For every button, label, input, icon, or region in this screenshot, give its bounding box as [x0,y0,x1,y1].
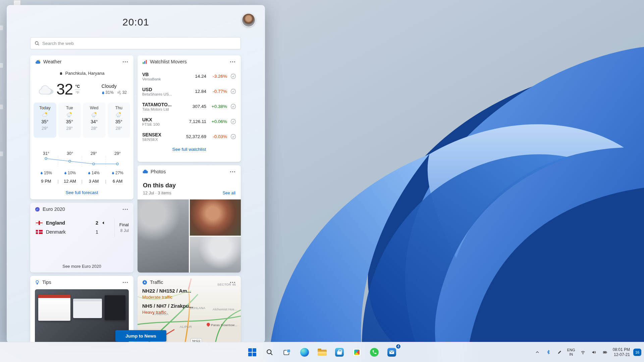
stock-symbol: TATAMOTO... [142,102,178,107]
rain-icon [91,112,98,118]
weather-app-icon [35,59,41,64]
watchlist-added-check-icon[interactable] [230,104,236,109]
whatsapp-button[interactable] [367,345,382,360]
more-menu-icon[interactable] [121,59,129,65]
desktop-icon[interactable] [0,25,3,30]
see-more-euro-link[interactable]: See more Euro 2020 [30,264,133,269]
precip-drop-icon [112,171,114,175]
photo-thumbnail[interactable] [190,199,241,236]
forecast-day[interactable]: Thu 35° 28° [108,103,130,138]
tray-chevron-button[interactable] [533,346,542,359]
watchlist-added-check-icon[interactable] [230,134,236,139]
forecast-day[interactable]: Tue 35° 28° [58,103,81,138]
more-menu-icon[interactable] [121,206,129,212]
rain-icon [66,112,73,118]
weather-widget[interactable]: Weather Panchkula, Haryana 32 °C °F [30,55,133,199]
edge-browser-button[interactable] [297,345,312,360]
task-view-icon [283,349,291,356]
team-name: England [46,220,90,226]
watchlist-row[interactable]: TATAMOTO... Tata Motors Ltd 307.45 +0.38… [138,99,241,114]
photos-widget[interactable]: Photos On this day 12 Jul · 3 items See … [138,165,241,273]
team-score: 1 [93,229,98,235]
stock-change: -3.26% [206,74,227,79]
weather-condition: Cloudy [102,83,127,89]
euro-2020-icon [35,207,40,212]
tips-preview-image[interactable] [35,289,129,343]
euro-2020-widget[interactable]: Euro 2020 England 2 Denmark 1 Final [30,203,133,273]
taskbar: 4 ENG IN [0,342,644,362]
see-all-link[interactable]: See all [223,191,235,195]
clock-tray[interactable]: 08:01 PM 12-07-21 [612,346,631,359]
watchlist-row[interactable]: VB VersaBank 14.24 -3.26% [138,69,241,84]
language-indicator[interactable]: ENG IN [566,346,576,359]
mail-icon [387,348,396,357]
stock-change: +0.06% [206,119,227,124]
england-flag-icon [36,221,43,225]
traffic-route-1: NH22 / NH152 / Am... [142,288,193,294]
watchlist-added-check-icon[interactable] [230,88,236,94]
team-name: Denmark [46,229,90,235]
widgets-panel: 20:01 Weather Panch [7,5,265,343]
desktop-icon[interactable] [0,63,3,68]
stock-price: 307.45 [178,104,206,109]
unit-celsius[interactable]: °C [75,84,79,89]
stock-symbol: VB [142,72,178,77]
file-explorer-button[interactable] [314,345,330,360]
photo-thumbnail[interactable] [190,237,241,273]
rain-icon [115,112,122,118]
volume-button[interactable] [590,346,598,359]
whatsapp-icon [370,348,379,357]
more-menu-icon[interactable] [229,59,236,65]
stock-symbol: UKX [142,117,178,122]
desktop-icon[interactable] [0,105,3,109]
more-menu-icon[interactable] [229,169,236,175]
unit-fahrenheit[interactable]: °F [76,90,79,95]
hourly-times: 9 PM 12 AM 3 AM 6 AM [34,179,129,184]
weather-location: Panchkula, Haryana [65,71,104,76]
start-button[interactable] [245,345,260,360]
jump-to-news-button[interactable]: Jump to News [115,330,166,342]
watchlist-widget[interactable]: Watchlist Movers VB VersaBank 14.24 -3.2… [138,55,241,162]
task-view-button[interactable] [279,345,295,360]
watchlist-row[interactable]: USD BetaShares US... 12.84 -0.77% [138,84,241,99]
stock-name: SENSEX [142,137,178,141]
see-full-watchlist-link[interactable]: See full watchlist [172,147,206,152]
watchlist-row[interactable]: SENSEX SENSEX 52,372.69 -0.03% [138,129,241,144]
photos-heading: On this day [143,182,176,189]
taskbar-search-button[interactable] [262,345,277,360]
tray-date: 12-07-21 [614,352,630,357]
weather-location-row[interactable]: Panchkula, Haryana [30,71,133,76]
tips-bulb-icon [35,280,40,285]
search-input[interactable] [42,41,236,46]
home-icon [59,71,63,75]
avatar[interactable] [241,13,256,27]
watchlist-added-check-icon[interactable] [230,73,236,79]
unit-toggle[interactable]: °C °F [75,84,80,95]
desktop-icon[interactable] [0,152,3,156]
photos-subheading: 12 Jul · 3 items [143,191,171,195]
forecast-day[interactable]: Wed 34° 28° [83,103,106,138]
wifi-button[interactable] [579,346,587,359]
photo-thumbnail[interactable] [138,199,189,273]
battery-icon [602,350,608,355]
precip-drop-icon [88,171,91,175]
notification-count-badge[interactable]: 16 [633,349,641,356]
forecast-day[interactable]: Today 35° 29° [34,103,56,138]
mail-app-button[interactable]: 4 [384,345,399,360]
watchlist-added-check-icon[interactable] [230,119,236,124]
pen-button[interactable] [555,346,564,359]
see-full-forecast-link[interactable]: See full forecast [66,190,98,195]
more-menu-icon[interactable] [121,279,129,285]
web-search-bar[interactable] [30,37,241,49]
stock-price: 7,126.11 [178,119,206,124]
photos-app-button[interactable] [349,345,365,360]
stock-price: 12.84 [178,89,206,94]
edge-icon [300,348,309,357]
microsoft-store-button[interactable] [332,345,347,360]
bluetooth-button[interactable] [544,346,553,359]
watchlist-row[interactable]: UKX FTSE 100 7,126.11 +0.06% [138,114,241,129]
photos-pinwheel-icon [353,348,361,356]
humidity-drop-icon [102,91,105,95]
more-menu-icon[interactable] [229,279,236,285]
battery-button[interactable] [601,346,609,359]
